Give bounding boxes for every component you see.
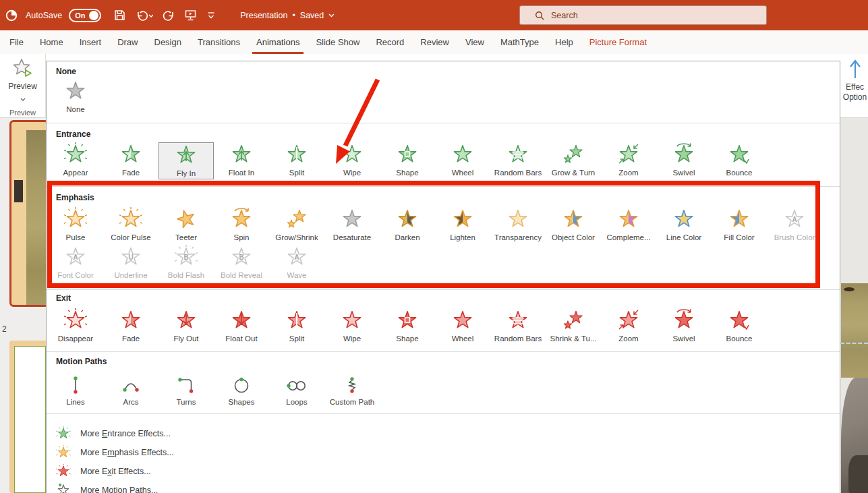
effect-arcs[interactable]: Arcs xyxy=(103,372,158,409)
tab-home[interactable]: Home xyxy=(32,30,71,54)
tab-help[interactable]: Help xyxy=(547,30,581,54)
effect-zoom[interactable]: Zoom xyxy=(601,142,656,180)
search-input[interactable] xyxy=(551,11,740,20)
preview-button[interactable]: Preview xyxy=(0,54,45,104)
menu-item-more-exit-effects[interactable]: More Exit Effects... xyxy=(56,462,393,481)
effect-label: Arcs xyxy=(103,398,158,406)
effect-swivel[interactable]: Swivel xyxy=(656,308,712,346)
undo-icon[interactable] xyxy=(136,9,153,22)
tab-mathtype[interactable]: MathType xyxy=(492,30,547,54)
tab-view[interactable]: View xyxy=(457,30,492,54)
effect-float-in[interactable]: Float In xyxy=(214,142,269,180)
effect-lines[interactable]: Lines xyxy=(48,372,103,409)
document-title[interactable]: Presentation • Saved xyxy=(240,11,335,20)
autosave-toggle[interactable]: On xyxy=(69,9,101,22)
shape-icon xyxy=(380,142,435,167)
effect-none[interactable]: None xyxy=(48,79,103,117)
effect-fill-color[interactable]: Fill Color xyxy=(712,207,767,245)
tab-transitions[interactable]: Transitions xyxy=(190,30,248,54)
effect-wipe[interactable]: Wipe xyxy=(324,142,380,180)
effect-split[interactable]: Split xyxy=(269,308,324,346)
slide1-dark-shape xyxy=(14,180,23,202)
effect-compleme[interactable]: Compleme... xyxy=(601,207,656,245)
effect-pulse[interactable]: Pulse xyxy=(48,207,103,245)
effect-custom-path[interactable]: Custom Path xyxy=(324,372,380,409)
tab-slide-show[interactable]: Slide Show xyxy=(308,30,368,54)
effect-lighten[interactable]: Lighten xyxy=(435,207,490,245)
slideshow-icon[interactable] xyxy=(184,9,197,22)
effect-bounce[interactable]: Bounce xyxy=(712,142,767,180)
effect-appear[interactable]: Appear xyxy=(48,142,103,180)
effect-spin[interactable]: Spin xyxy=(214,207,269,245)
effect-fly-out[interactable]: Fly Out xyxy=(158,308,214,346)
slide-thumbnail-2[interactable] xyxy=(9,341,46,493)
effect-shrink-tu[interactable]: Shrink & Tu... xyxy=(546,308,601,346)
effect-random-bars[interactable]: Random Bars xyxy=(490,142,546,180)
effect-disappear[interactable]: Disappear xyxy=(48,308,103,346)
effect-options-button[interactable]: Effec Option xyxy=(842,54,868,118)
menu-item-more-emphasis-effects[interactable]: More Emphasis Effects... xyxy=(56,443,393,462)
menu-item-more-motion-paths[interactable]: More Motion Paths... xyxy=(56,481,393,493)
fill-color-icon xyxy=(712,207,767,231)
effect-zoom[interactable]: Zoom xyxy=(601,308,656,346)
tab-design[interactable]: Design xyxy=(146,30,190,54)
effect-fly-in[interactable]: Fly In xyxy=(158,142,214,179)
effect-desaturate[interactable]: Desaturate xyxy=(324,207,380,245)
effect-random-bars[interactable]: Random Bars xyxy=(490,308,546,346)
tab-animations[interactable]: Animations xyxy=(248,30,308,54)
motion-effects-row: LinesArcsTurnsShapesLoopsCustom Path xyxy=(47,372,840,411)
bold-reveal-icon: B xyxy=(214,245,269,269)
effect-grow-turn[interactable]: Grow & Turn xyxy=(546,142,601,180)
effect-fade[interactable]: Fade xyxy=(103,308,158,346)
bounce-icon xyxy=(712,142,767,167)
menu-item-more-entrance-effects[interactable]: More Entrance Effects... xyxy=(56,424,393,443)
search-box[interactable] xyxy=(519,5,767,25)
effect-shape[interactable]: Shape xyxy=(380,142,435,180)
effect-label: Split xyxy=(269,335,324,343)
effect-wheel[interactable]: Wheel xyxy=(435,308,490,346)
lines-icon xyxy=(48,372,103,396)
shape-icon xyxy=(380,308,435,332)
effect-split[interactable]: Split xyxy=(269,142,324,180)
tab-record[interactable]: Record xyxy=(368,30,412,54)
effect-darken[interactable]: Darken xyxy=(380,207,435,245)
redo-icon[interactable] xyxy=(163,9,175,22)
effect-label: Swivel xyxy=(656,169,712,177)
menu-item-label: More Motion Paths... xyxy=(80,486,158,493)
tab-draw[interactable]: Draw xyxy=(109,30,146,54)
tab-insert[interactable]: Insert xyxy=(71,30,110,54)
effect-label: Turns xyxy=(158,398,214,406)
effect-teeter[interactable]: Teeter xyxy=(158,207,214,245)
effect-float-out[interactable]: Float Out xyxy=(214,308,269,346)
effect-color-pulse[interactable]: Color Pulse xyxy=(103,207,158,245)
effect-turns[interactable]: Turns xyxy=(158,372,214,409)
effect-line-color[interactable]: Line Color xyxy=(656,207,712,245)
effect-shapes[interactable]: Shapes xyxy=(214,372,269,409)
quick-access-overflow-icon[interactable] xyxy=(206,10,216,20)
effect-label: Line Color xyxy=(656,233,712,241)
effect-shape[interactable]: Shape xyxy=(380,308,435,346)
effect-object-color[interactable]: Object Color xyxy=(546,207,601,245)
effect-transparency[interactable]: Transparency xyxy=(490,207,546,245)
effect-fade[interactable]: Fade xyxy=(103,142,158,180)
tab-file[interactable]: File xyxy=(1,30,32,54)
tab-review[interactable]: Review xyxy=(412,30,457,54)
gallery-divider xyxy=(47,413,840,414)
effect-swivel[interactable]: Swivel xyxy=(656,142,712,180)
effect-label: Desaturate xyxy=(324,233,380,241)
effect-label: Wipe xyxy=(324,335,380,343)
effect-loops[interactable]: Loops xyxy=(269,372,324,409)
effect-bounce[interactable]: Bounce xyxy=(712,308,767,346)
teeter-icon xyxy=(158,207,214,231)
font-color-icon: A xyxy=(48,245,103,269)
save-icon[interactable] xyxy=(113,9,126,22)
effect-wipe[interactable]: Wipe xyxy=(324,308,380,346)
effect-grow-shrink[interactable]: Grow/Shrink xyxy=(269,207,324,245)
svg-text:U: U xyxy=(128,254,133,261)
brush-color-icon: A xyxy=(767,207,822,231)
effect-label: Fade xyxy=(103,335,158,343)
tab-picture-format[interactable]: Picture Format xyxy=(581,30,655,54)
slide-thumbnail-1[interactable] xyxy=(9,120,46,307)
effect-wheel[interactable]: Wheel xyxy=(435,142,490,180)
slide1-grass-image xyxy=(26,130,46,307)
